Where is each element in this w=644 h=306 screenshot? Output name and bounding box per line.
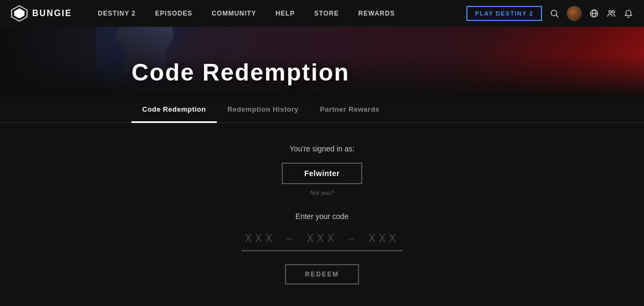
code-input-wrapper: [241, 228, 402, 251]
logo[interactable]: BUNGIE: [11, 5, 72, 22]
search-icon[interactable]: [550, 9, 559, 18]
svg-point-7: [609, 11, 612, 13]
nav-links: DESTINY 2 EPISODES COMMUNITY HELP STORE …: [88, 0, 466, 27]
nav-link-store[interactable]: STORE: [304, 0, 348, 27]
nav-right: PLAY DESTINY 2: [466, 6, 633, 21]
page-title: Code Redemption: [131, 59, 349, 86]
content-area: You're signed in as: Felwinter Not you? …: [0, 123, 644, 285]
nav-link-episodes[interactable]: EPISODES: [145, 0, 202, 27]
svg-line-3: [556, 15, 558, 17]
svg-point-2: [551, 10, 557, 16]
navigation: BUNGIE DESTINY 2 EPISODES COMMUNITY HELP…: [0, 0, 644, 27]
bungie-wordmark: BUNGIE: [32, 9, 72, 18]
svg-marker-1: [14, 8, 24, 18]
code-input[interactable]: [241, 228, 402, 251]
nav-link-rewards[interactable]: REWARDS: [349, 0, 405, 27]
globe-icon[interactable]: [589, 9, 599, 18]
main-content: Code Redemption Redemption History Partn…: [0, 97, 644, 306]
username-button[interactable]: Felwinter: [282, 163, 362, 184]
redeem-button[interactable]: REDEEM: [285, 264, 358, 285]
tabs: Code Redemption Redemption History Partn…: [0, 97, 644, 123]
bungie-logo-icon: [11, 5, 28, 22]
bell-icon[interactable]: [624, 9, 633, 18]
play-destiny-button[interactable]: PLAY DESTINY 2: [466, 6, 542, 21]
users-icon[interactable]: [606, 9, 616, 18]
tab-redemption-history[interactable]: Redemption History: [217, 97, 310, 123]
nav-link-community[interactable]: COMMUNITY: [202, 0, 266, 27]
avatar[interactable]: [567, 6, 582, 21]
tab-partner-rewards[interactable]: Partner Rewards: [309, 97, 390, 123]
signed-in-text: You're signed in as:: [289, 144, 354, 153]
nav-link-destiny2[interactable]: DESTINY 2: [88, 0, 145, 27]
svg-point-8: [612, 11, 615, 13]
enter-code-label: Enter your code: [296, 212, 349, 221]
nav-link-help[interactable]: HELP: [266, 0, 304, 27]
tab-code-redemption[interactable]: Code Redemption: [131, 97, 217, 123]
not-you-text[interactable]: Not you?: [310, 190, 334, 196]
